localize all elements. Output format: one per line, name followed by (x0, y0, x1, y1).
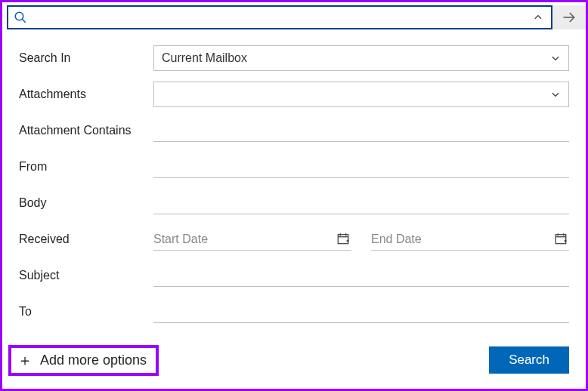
label-from: From (19, 160, 153, 174)
attachments-dropdown[interactable] (153, 82, 569, 107)
label-body: Body (19, 196, 153, 210)
plus-icon: ＋ (17, 353, 32, 368)
chevron-down-icon (550, 89, 561, 100)
search-input[interactable] (28, 8, 525, 27)
search-in-dropdown[interactable]: Current Mailbox (153, 45, 569, 71)
svg-rect-3 (338, 234, 348, 243)
body-input[interactable] (153, 192, 569, 214)
subject-input[interactable] (153, 264, 569, 287)
received-start-date[interactable]: Start Date (153, 228, 351, 251)
svg-line-1 (22, 19, 26, 23)
calendar-icon (554, 232, 569, 247)
search-bar[interactable] (7, 5, 552, 29)
svg-point-0 (15, 12, 23, 20)
svg-rect-9 (556, 234, 566, 243)
advanced-search-panel: Search In Current Mailbox Attachments At… (2, 32, 586, 330)
label-attachment-contains: Attachment Contains (19, 124, 153, 137)
submit-arrow-button[interactable] (552, 5, 586, 29)
label-subject: Subject (19, 269, 153, 282)
label-attachments: Attachments (19, 88, 153, 101)
label-to: To (19, 305, 153, 319)
calendar-icon (336, 232, 351, 247)
attachment-contains-input[interactable] (153, 119, 569, 142)
label-search-in: Search In (19, 51, 153, 65)
add-more-label: Add more options (40, 353, 147, 368)
end-date-placeholder: End Date (371, 232, 422, 246)
search-in-value: Current Mailbox (162, 51, 247, 65)
search-topbar (2, 2, 586, 32)
search-button[interactable]: Search (489, 346, 569, 374)
chevron-down-icon (550, 53, 561, 63)
received-end-date[interactable]: End Date (371, 228, 569, 251)
add-more-options-button[interactable]: ＋ Add more options (8, 345, 159, 376)
to-input[interactable] (153, 300, 569, 323)
collapse-icon[interactable] (525, 12, 551, 23)
start-date-placeholder: Start Date (153, 232, 208, 246)
from-input[interactable] (153, 155, 569, 178)
label-received: Received (19, 232, 153, 246)
panel-footer: ＋ Add more options Search (4, 339, 569, 381)
search-icon (13, 10, 28, 25)
